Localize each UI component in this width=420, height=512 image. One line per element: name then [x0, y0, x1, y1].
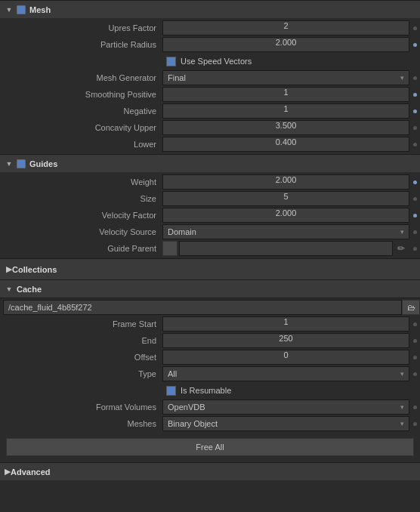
- concavity-upper-row: Concavity Upper 3.500: [0, 119, 420, 136]
- mesh-generator-arrow: ▾: [400, 74, 404, 82]
- frame-end-label: End: [0, 336, 162, 345]
- type-dot: [409, 366, 420, 381]
- velocity-source-value: Domain: [168, 227, 196, 236]
- upres-factor-field-area: 2: [162, 20, 409, 35]
- is-resumable-label: Is Resumable: [181, 386, 231, 395]
- meshes-arrow: ▾: [400, 420, 404, 427]
- frame-start-input[interactable]: 1: [162, 316, 409, 332]
- is-resumable-checkbox[interactable]: [166, 386, 176, 396]
- mesh-title: Mesh: [29, 5, 51, 14]
- guide-parent-label: Guide Parent: [0, 244, 162, 253]
- format-volumes-label: Format Volumes: [0, 403, 162, 412]
- offset-label: Offset: [0, 353, 162, 362]
- collections-section-header[interactable]: ▶ Collections: [0, 258, 420, 279]
- cache-path-input[interactable]: [3, 300, 402, 315]
- meshes-select[interactable]: Binary Object ▾: [162, 416, 409, 431]
- weight-input[interactable]: 2.000: [162, 174, 409, 190]
- frame-start-field-area: 1: [162, 316, 409, 332]
- format-volumes-arrow: ▾: [400, 403, 404, 411]
- frame-start-row: Frame Start 1: [0, 316, 420, 332]
- negative-field-area: 1: [162, 103, 409, 119]
- mesh-generator-field-area: Final ▾: [162, 70, 409, 85]
- frame-start-label: Frame Start: [0, 319, 162, 328]
- meshes-value: Binary Object: [168, 419, 218, 428]
- velocity-factor-input[interactable]: 2.000: [162, 208, 409, 223]
- velocity-source-label: Velocity Source: [0, 227, 162, 236]
- frame-end-row: End 250: [0, 332, 420, 349]
- guide-parent-input[interactable]: [179, 241, 393, 256]
- frame-start-dot: [409, 316, 420, 332]
- collections-triangle: ▶: [6, 264, 12, 274]
- use-speed-vectors-label: Use Speed Vectors: [181, 57, 252, 66]
- meshes-label: Meshes: [0, 419, 162, 428]
- offset-dot: [409, 350, 420, 365]
- format-volumes-field-area: OpenVDB ▾: [162, 399, 409, 415]
- negative-input[interactable]: 1: [162, 103, 409, 119]
- use-speed-vectors-row: Use Speed Vectors: [0, 53, 420, 69]
- lower-row: Lower 0.400: [0, 136, 420, 153]
- velocity-source-select[interactable]: Domain ▾: [162, 224, 409, 239]
- mesh-generator-select[interactable]: Final ▾: [162, 70, 409, 85]
- meshes-field-area: Binary Object ▾: [162, 416, 409, 431]
- size-input[interactable]: 5: [162, 191, 409, 206]
- velocity-factor-row: Velocity Factor 2.000: [0, 207, 420, 224]
- velocity-source-arrow: ▾: [400, 228, 404, 236]
- lower-dot: [409, 137, 420, 152]
- velocity-source-row: Velocity Source Domain ▾: [0, 224, 420, 240]
- negative-dot: [409, 103, 420, 119]
- guide-parent-dot: [409, 241, 420, 256]
- upres-factor-dot: [409, 20, 420, 35]
- lower-input[interactable]: 0.400: [162, 137, 409, 152]
- meshes-dot: [409, 416, 420, 431]
- weight-row: Weight 2.000: [0, 174, 420, 190]
- guide-parent-field-area: ✏: [162, 241, 409, 256]
- meshes-row: Meshes Binary Object ▾: [0, 415, 420, 432]
- advanced-triangle: ▶: [5, 467, 11, 477]
- particle-radius-dot: [409, 37, 420, 52]
- mesh-section-header[interactable]: ▼ Mesh: [0, 0, 420, 18]
- concavity-upper-dot: [409, 120, 420, 135]
- concavity-upper-input[interactable]: 3.500: [162, 120, 409, 135]
- eyedropper-button[interactable]: ✏: [393, 241, 409, 256]
- collections-title: Collections: [12, 265, 57, 274]
- velocity-source-dot: [409, 224, 420, 239]
- mesh-checkbox[interactable]: [17, 5, 26, 14]
- particle-radius-input[interactable]: 2.000: [162, 37, 409, 52]
- guides-triangle: ▼: [5, 159, 14, 168]
- advanced-title: Advanced: [11, 467, 51, 477]
- frame-end-field-area: 250: [162, 333, 409, 348]
- type-field-area: All ▾: [162, 366, 409, 381]
- type-select[interactable]: All ▾: [162, 366, 409, 381]
- use-speed-vectors-checkbox[interactable]: [166, 57, 176, 66]
- mesh-generator-dot: [409, 70, 420, 85]
- cache-section-header[interactable]: ▼ Cache: [0, 279, 420, 298]
- upres-factor-input[interactable]: 2: [162, 20, 409, 35]
- offset-input[interactable]: 0: [162, 350, 409, 365]
- lower-field-area: 0.400: [162, 137, 409, 152]
- negative-row: Negative 1: [0, 103, 420, 119]
- free-all-button[interactable]: Free All: [6, 438, 414, 456]
- smoothing-positive-input[interactable]: 1: [162, 87, 409, 102]
- concavity-upper-label: Concavity Upper: [0, 123, 162, 132]
- advanced-section-header[interactable]: ▶ Advanced: [0, 462, 420, 480]
- frame-end-input[interactable]: 250: [162, 333, 409, 348]
- folder-button[interactable]: 🗁: [402, 300, 420, 315]
- size-label: Size: [0, 194, 162, 203]
- cache-path-row: 🗁: [0, 298, 420, 316]
- velocity-factor-dot: [409, 208, 420, 223]
- mesh-content: Upres Factor 2 Particle Radius 2.000 Use…: [0, 18, 420, 154]
- guides-content: Weight 2.000 Size 5 Velocity Factor 2.00…: [0, 172, 420, 258]
- smoothing-positive-dot: [409, 87, 420, 102]
- type-value: All: [168, 369, 177, 378]
- cache-content: 🗁 Frame Start 1 End 250 Offset 0: [0, 298, 420, 462]
- size-dot: [409, 191, 420, 206]
- velocity-factor-field-area: 2.000: [162, 208, 409, 223]
- upres-factor-row: Upres Factor 2: [0, 20, 420, 36]
- concavity-upper-field-area: 3.500: [162, 120, 409, 135]
- guide-parent-color[interactable]: [162, 241, 178, 256]
- guide-parent-row: Guide Parent ✏: [0, 240, 420, 257]
- mesh-generator-label: Mesh Generator: [0, 73, 162, 82]
- guides-section-header[interactable]: ▼ Guides: [0, 154, 420, 172]
- format-volumes-select[interactable]: OpenVDB ▾: [162, 399, 409, 415]
- guides-checkbox[interactable]: [17, 159, 26, 168]
